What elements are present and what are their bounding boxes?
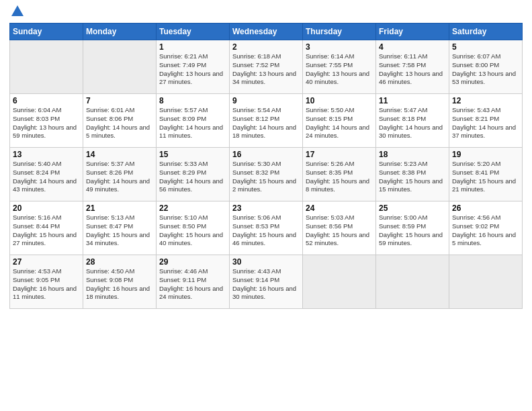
day-info: Sunrise: 5:40 AM Sunset: 8:24 PM Dayligh… bbox=[13, 160, 80, 194]
logo-triangle-icon bbox=[11, 5, 24, 16]
day-info: Sunrise: 5:26 AM Sunset: 8:35 PM Dayligh… bbox=[306, 160, 373, 194]
day-cell: 10Sunrise: 5:50 AM Sunset: 8:15 PM Dayli… bbox=[303, 94, 376, 148]
header-monday: Monday bbox=[83, 24, 157, 40]
day-info: Sunrise: 6:21 AM Sunset: 7:49 PM Dayligh… bbox=[159, 52, 226, 87]
day-cell: 24Sunrise: 5:03 AM Sunset: 8:56 PM Dayli… bbox=[303, 201, 376, 255]
day-info: Sunrise: 5:57 AM Sunset: 8:09 PM Dayligh… bbox=[159, 106, 226, 140]
day-info: Sunrise: 5:03 AM Sunset: 8:56 PM Dayligh… bbox=[306, 214, 373, 248]
header-wednesday: Wednesday bbox=[230, 24, 303, 40]
day-cell: 8Sunrise: 5:57 AM Sunset: 8:09 PM Daylig… bbox=[157, 94, 230, 148]
day-info: Sunrise: 5:33 AM Sunset: 8:29 PM Dayligh… bbox=[159, 160, 226, 194]
day-number: 13 bbox=[13, 150, 80, 159]
day-number: 4 bbox=[379, 42, 446, 52]
header-friday: Friday bbox=[376, 24, 449, 40]
day-cell: 11Sunrise: 5:47 AM Sunset: 8:18 PM Dayli… bbox=[376, 94, 449, 148]
day-number: 1 bbox=[159, 42, 226, 52]
day-info: Sunrise: 5:30 AM Sunset: 8:32 PM Dayligh… bbox=[232, 160, 300, 194]
day-number: 3 bbox=[306, 42, 373, 52]
week-row-3: 13Sunrise: 5:40 AM Sunset: 8:24 PM Dayli… bbox=[10, 148, 523, 201]
day-cell: 16Sunrise: 5:30 AM Sunset: 8:32 PM Dayli… bbox=[230, 148, 303, 201]
day-cell: 4Sunrise: 6:11 AM Sunset: 7:58 PM Daylig… bbox=[376, 40, 449, 94]
day-info: Sunrise: 5:43 AM Sunset: 8:21 PM Dayligh… bbox=[452, 106, 519, 140]
day-info: Sunrise: 5:06 AM Sunset: 8:53 PM Dayligh… bbox=[232, 214, 300, 248]
day-info: Sunrise: 5:20 AM Sunset: 8:41 PM Dayligh… bbox=[452, 160, 519, 194]
day-cell: 29Sunrise: 4:46 AM Sunset: 9:11 PM Dayli… bbox=[157, 255, 230, 309]
day-info: Sunrise: 5:23 AM Sunset: 8:38 PM Dayligh… bbox=[379, 160, 446, 194]
header-tuesday: Tuesday bbox=[157, 24, 230, 40]
week-row-2: 6Sunrise: 6:04 AM Sunset: 8:03 PM Daylig… bbox=[10, 94, 523, 148]
calendar-table: Sunday Monday Tuesday Wednesday Thursday… bbox=[9, 23, 523, 309]
day-number: 28 bbox=[86, 257, 153, 267]
day-cell bbox=[10, 40, 83, 94]
day-info: Sunrise: 5:13 AM Sunset: 8:47 PM Dayligh… bbox=[86, 214, 153, 248]
day-number: 23 bbox=[232, 203, 300, 213]
day-cell: 20Sunrise: 5:16 AM Sunset: 8:44 PM Dayli… bbox=[10, 201, 83, 255]
week-row-5: 27Sunrise: 4:53 AM Sunset: 9:05 PM Dayli… bbox=[10, 255, 523, 309]
day-cell: 14Sunrise: 5:37 AM Sunset: 8:26 PM Dayli… bbox=[83, 148, 157, 201]
day-cell: 1Sunrise: 6:21 AM Sunset: 7:49 PM Daylig… bbox=[157, 40, 230, 94]
day-info: Sunrise: 6:07 AM Sunset: 8:00 PM Dayligh… bbox=[452, 52, 519, 87]
day-info: Sunrise: 5:50 AM Sunset: 8:15 PM Dayligh… bbox=[306, 106, 373, 140]
day-number: 27 bbox=[13, 257, 80, 267]
day-number: 29 bbox=[159, 257, 226, 267]
day-cell: 25Sunrise: 5:00 AM Sunset: 8:59 PM Dayli… bbox=[376, 201, 449, 255]
day-cell: 6Sunrise: 6:04 AM Sunset: 8:03 PM Daylig… bbox=[10, 94, 83, 148]
day-cell: 19Sunrise: 5:20 AM Sunset: 8:41 PM Dayli… bbox=[449, 148, 523, 201]
day-info: Sunrise: 5:10 AM Sunset: 8:50 PM Dayligh… bbox=[159, 214, 226, 248]
day-info: Sunrise: 6:18 AM Sunset: 7:52 PM Dayligh… bbox=[232, 52, 300, 87]
day-number: 18 bbox=[379, 150, 446, 159]
day-number: 11 bbox=[379, 96, 446, 105]
day-number: 25 bbox=[379, 203, 446, 213]
logo bbox=[9, 7, 24, 17]
day-cell: 5Sunrise: 6:07 AM Sunset: 8:00 PM Daylig… bbox=[449, 40, 523, 94]
day-cell bbox=[83, 40, 157, 94]
day-number: 15 bbox=[159, 150, 226, 159]
day-cell: 7Sunrise: 6:01 AM Sunset: 8:06 PM Daylig… bbox=[83, 94, 157, 148]
page: Sunday Monday Tuesday Wednesday Thursday… bbox=[0, 0, 532, 411]
day-number: 6 bbox=[13, 96, 80, 105]
day-info: Sunrise: 5:00 AM Sunset: 8:59 PM Dayligh… bbox=[379, 214, 446, 248]
header-sunday: Sunday bbox=[10, 24, 83, 40]
day-number: 14 bbox=[86, 150, 153, 159]
day-number: 8 bbox=[159, 96, 226, 105]
day-info: Sunrise: 4:56 AM Sunset: 9:02 PM Dayligh… bbox=[452, 214, 519, 248]
day-cell bbox=[376, 255, 449, 309]
weekday-header-row: Sunday Monday Tuesday Wednesday Thursday… bbox=[10, 24, 523, 40]
day-cell: 2Sunrise: 6:18 AM Sunset: 7:52 PM Daylig… bbox=[230, 40, 303, 94]
day-cell: 21Sunrise: 5:13 AM Sunset: 8:47 PM Dayli… bbox=[83, 201, 157, 255]
day-cell: 30Sunrise: 4:43 AM Sunset: 9:14 PM Dayli… bbox=[230, 255, 303, 309]
day-info: Sunrise: 6:11 AM Sunset: 7:58 PM Dayligh… bbox=[379, 52, 446, 87]
day-info: Sunrise: 4:50 AM Sunset: 9:08 PM Dayligh… bbox=[86, 267, 153, 302]
day-cell: 23Sunrise: 5:06 AM Sunset: 8:53 PM Dayli… bbox=[230, 201, 303, 255]
day-cell: 26Sunrise: 4:56 AM Sunset: 9:02 PM Dayli… bbox=[449, 201, 523, 255]
day-cell: 13Sunrise: 5:40 AM Sunset: 8:24 PM Dayli… bbox=[10, 148, 83, 201]
day-info: Sunrise: 4:53 AM Sunset: 9:05 PM Dayligh… bbox=[13, 267, 80, 302]
day-cell bbox=[449, 255, 523, 309]
day-number: 12 bbox=[452, 96, 519, 105]
day-cell: 18Sunrise: 5:23 AM Sunset: 8:38 PM Dayli… bbox=[376, 148, 449, 201]
day-cell: 15Sunrise: 5:33 AM Sunset: 8:29 PM Dayli… bbox=[157, 148, 230, 201]
day-number: 17 bbox=[306, 150, 373, 159]
week-row-1: 1Sunrise: 6:21 AM Sunset: 7:49 PM Daylig… bbox=[10, 40, 523, 94]
day-info: Sunrise: 5:54 AM Sunset: 8:12 PM Dayligh… bbox=[232, 106, 300, 140]
day-number: 5 bbox=[452, 42, 519, 52]
day-info: Sunrise: 6:14 AM Sunset: 7:55 PM Dayligh… bbox=[306, 52, 373, 87]
day-number: 10 bbox=[306, 96, 373, 105]
day-info: Sunrise: 5:37 AM Sunset: 8:26 PM Dayligh… bbox=[86, 160, 153, 194]
day-number: 21 bbox=[86, 203, 153, 213]
day-cell: 9Sunrise: 5:54 AM Sunset: 8:12 PM Daylig… bbox=[230, 94, 303, 148]
day-number: 22 bbox=[159, 203, 226, 213]
day-info: Sunrise: 4:46 AM Sunset: 9:11 PM Dayligh… bbox=[159, 267, 226, 302]
day-info: Sunrise: 5:16 AM Sunset: 8:44 PM Dayligh… bbox=[13, 214, 80, 248]
day-number: 20 bbox=[13, 203, 80, 213]
day-cell bbox=[303, 255, 376, 309]
day-number: 30 bbox=[232, 257, 300, 267]
day-info: Sunrise: 6:04 AM Sunset: 8:03 PM Dayligh… bbox=[13, 106, 80, 140]
header bbox=[9, 7, 523, 17]
day-cell: 3Sunrise: 6:14 AM Sunset: 7:55 PM Daylig… bbox=[303, 40, 376, 94]
day-cell: 28Sunrise: 4:50 AM Sunset: 9:08 PM Dayli… bbox=[83, 255, 157, 309]
day-number: 26 bbox=[452, 203, 519, 213]
day-cell: 22Sunrise: 5:10 AM Sunset: 8:50 PM Dayli… bbox=[157, 201, 230, 255]
day-number: 9 bbox=[232, 96, 300, 105]
day-cell: 17Sunrise: 5:26 AM Sunset: 8:35 PM Dayli… bbox=[303, 148, 376, 201]
